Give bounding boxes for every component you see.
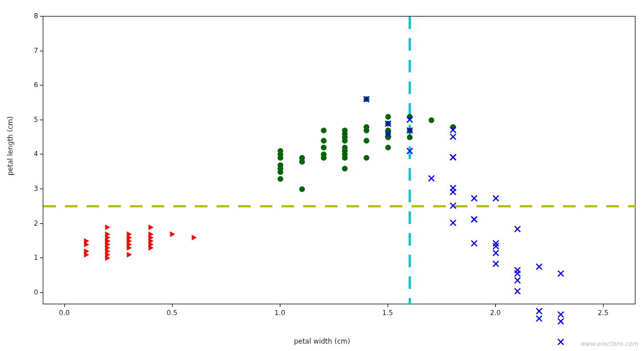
data-point-class-1 xyxy=(342,128,348,133)
data-point-class-2 xyxy=(385,130,392,137)
data-point-class-2 xyxy=(471,216,478,223)
data-point-class-2 xyxy=(471,195,478,202)
data-point-class-1 xyxy=(364,138,369,144)
x-tick-label: 0.5 xyxy=(166,309,177,317)
data-point-class-2 xyxy=(450,202,456,209)
x-tick-label: 1.0 xyxy=(274,309,285,317)
data-point-class-1 xyxy=(321,128,327,133)
data-point-class-1 xyxy=(278,176,283,182)
y-tick xyxy=(40,154,43,154)
x-axis-label: petal width (cm) xyxy=(0,337,644,345)
y-tick-label: 3 xyxy=(21,185,38,193)
y-tick xyxy=(40,120,43,120)
y-tick-label: 7 xyxy=(21,47,38,55)
data-point-class-1 xyxy=(321,138,327,144)
y-tick xyxy=(40,223,43,224)
x-tick-label: 2.0 xyxy=(490,309,501,317)
data-point-class-2 xyxy=(450,154,456,161)
data-point-class-2 xyxy=(406,116,413,123)
y-tick-label: 5 xyxy=(21,116,38,124)
data-point-class-0 xyxy=(127,252,132,258)
y-tick-label: 2 xyxy=(21,219,38,227)
y-tick xyxy=(40,51,43,51)
data-point-class-0 xyxy=(170,231,175,237)
data-point-class-1 xyxy=(342,138,348,144)
data-point-class-2 xyxy=(492,260,499,267)
data-point-class-2 xyxy=(450,126,456,133)
horizontal-threshold-line xyxy=(43,205,636,207)
data-point-class-2 xyxy=(514,270,521,277)
y-tick-label: 1 xyxy=(21,254,38,262)
data-point-class-0 xyxy=(84,248,89,254)
x-tick xyxy=(64,304,65,307)
chart-figure: petal width (cm) petal length (cm) www.e… xyxy=(0,0,644,351)
data-point-class-2 xyxy=(536,263,543,270)
data-point-class-1 xyxy=(342,155,348,161)
y-tick-label: 6 xyxy=(21,81,38,89)
data-point-class-1 xyxy=(342,145,348,150)
y-tick-label: 8 xyxy=(21,12,38,20)
data-point-class-2 xyxy=(536,315,543,322)
x-tick xyxy=(388,304,388,307)
data-point-class-0 xyxy=(105,252,111,258)
data-point-class-0 xyxy=(127,235,132,240)
data-point-class-1 xyxy=(278,152,283,157)
y-tick xyxy=(40,258,43,258)
data-point-class-2 xyxy=(428,175,435,182)
x-tick xyxy=(495,304,496,307)
data-point-class-2 xyxy=(471,240,478,247)
data-point-class-1 xyxy=(321,145,327,150)
x-tick xyxy=(603,304,604,307)
data-point-class-2 xyxy=(514,288,521,295)
data-point-class-2 xyxy=(450,185,456,191)
plot-area xyxy=(43,16,635,304)
data-point-class-2 xyxy=(557,311,564,318)
data-point-class-1 xyxy=(342,166,348,172)
x-tick xyxy=(172,304,173,307)
y-tick-label: 4 xyxy=(21,150,38,158)
data-point-class-2 xyxy=(557,270,564,277)
data-point-class-1 xyxy=(299,186,305,192)
data-point-class-1 xyxy=(364,155,369,161)
data-point-class-2 xyxy=(406,127,413,134)
data-point-class-0 xyxy=(149,245,154,251)
y-tick-label: 0 xyxy=(21,288,38,296)
data-point-class-2 xyxy=(492,243,499,250)
data-point-class-1 xyxy=(321,155,327,161)
data-point-class-2 xyxy=(363,96,370,103)
vertical-threshold-line xyxy=(409,17,411,305)
data-point-class-2 xyxy=(514,226,521,232)
y-tick xyxy=(40,85,43,85)
data-point-class-0 xyxy=(149,235,154,240)
data-point-class-2 xyxy=(450,133,456,140)
y-tick xyxy=(40,189,43,189)
watermark: www.elecfans.com xyxy=(580,340,638,348)
data-point-class-0 xyxy=(105,235,111,240)
data-point-class-2 xyxy=(514,277,521,284)
data-point-class-0 xyxy=(149,225,154,230)
x-tick-label: 1.5 xyxy=(382,309,393,317)
data-point-class-2 xyxy=(557,318,564,325)
y-tick xyxy=(40,292,43,293)
data-point-class-1 xyxy=(429,117,434,123)
y-axis-label: petal length (cm) xyxy=(6,116,14,176)
data-point-class-2 xyxy=(450,219,456,226)
x-tick xyxy=(280,304,280,307)
data-point-class-2 xyxy=(385,120,392,127)
x-tick-label: 0.0 xyxy=(59,309,70,317)
x-tick-label: 2.5 xyxy=(598,309,609,317)
data-point-class-0 xyxy=(105,225,111,230)
data-point-class-0 xyxy=(191,235,197,240)
data-point-class-2 xyxy=(406,148,413,154)
data-point-class-2 xyxy=(492,250,499,256)
data-point-class-2 xyxy=(536,308,543,315)
data-point-class-1 xyxy=(407,134,413,140)
y-tick xyxy=(40,16,43,17)
data-point-class-1 xyxy=(278,166,283,172)
data-point-class-1 xyxy=(385,114,391,120)
data-point-class-1 xyxy=(364,124,369,130)
data-point-class-2 xyxy=(492,195,499,202)
data-point-class-0 xyxy=(84,238,89,244)
data-point-class-1 xyxy=(385,145,391,150)
data-point-class-1 xyxy=(299,155,305,161)
